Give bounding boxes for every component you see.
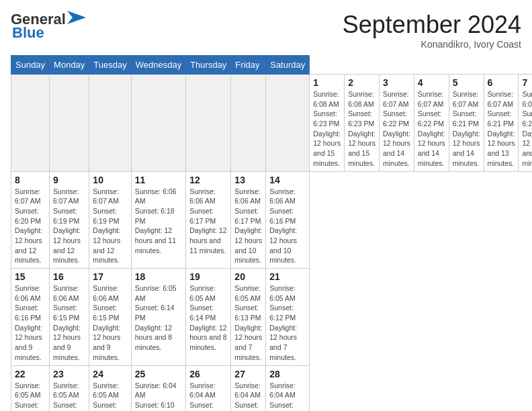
sunrise: Sunrise: 6:05 AM	[234, 284, 261, 302]
day-info: Sunrise: 6:06 AM Sunset: 6:15 PM Dayligh…	[53, 283, 85, 363]
day-info: Sunrise: 6:08 AM Sunset: 6:23 PM Dayligh…	[348, 89, 375, 169]
day-cell-16: 16 Sunrise: 6:06 AM Sunset: 6:15 PM Dayl…	[50, 269, 89, 366]
day-cell-2: 2 Sunrise: 6:08 AM Sunset: 6:23 PM Dayli…	[345, 75, 380, 172]
sunset: Sunset: 6:12 PM	[269, 304, 296, 322]
sunset: Sunset: 6:21 PM	[488, 109, 514, 128]
sunset: Sunset: 6:14 PM	[135, 304, 175, 322]
sunrise: Sunrise: 6:08 AM	[348, 90, 374, 108]
sunrise: Sunrise: 6:06 AM	[15, 284, 41, 302]
daylight: Daylight: 12 hours and 8 minutes.	[189, 324, 226, 351]
empty-cell	[231, 75, 266, 172]
weekday-header-sunday: Sunday	[11, 56, 50, 75]
sunset: Sunset: 6:17 PM	[234, 207, 261, 225]
logo: General Blue	[11, 11, 86, 42]
day-cell-6: 6 Sunrise: 6:07 AM Sunset: 6:21 PM Dayli…	[484, 75, 519, 172]
day-number: 5	[453, 77, 480, 88]
day-cell-7: 7 Sunrise: 6:07 AM Sunset: 6:20 PM Dayli…	[519, 75, 532, 172]
sunset: Sunset: 6:09 PM	[234, 401, 261, 411]
empty-cell	[131, 75, 185, 172]
day-cell-3: 3 Sunrise: 6:07 AM Sunset: 6:22 PM Dayli…	[379, 75, 414, 172]
sunset: Sunset: 6:23 PM	[313, 109, 339, 128]
day-cell-13: 13 Sunrise: 6:06 AM Sunset: 6:17 PM Dayl…	[231, 171, 266, 269]
day-info: Sunrise: 6:04 AM Sunset: 6:10 PM Dayligh…	[135, 381, 182, 412]
sunrise: Sunrise: 6:07 AM	[522, 90, 532, 108]
sunrise: Sunrise: 6:07 AM	[53, 187, 79, 205]
day-number: 21	[269, 271, 306, 282]
sunrise: Sunrise: 6:04 AM	[269, 381, 296, 400]
day-cell-19: 19 Sunrise: 6:05 AM Sunset: 6:14 PM Dayl…	[186, 269, 231, 366]
day-number: 2	[348, 77, 375, 88]
day-cell-24: 24 Sunrise: 6:05 AM Sunset: 6:11 PM Dayl…	[89, 365, 131, 411]
sunset: Sunset: 6:10 PM	[135, 401, 175, 411]
day-number: 25	[135, 369, 182, 379]
sunset: Sunset: 6:16 PM	[15, 304, 41, 322]
sunrise: Sunrise: 6:05 AM	[53, 381, 79, 400]
logo-blue: Blue	[12, 24, 44, 42]
daylight: Daylight: 12 hours and 14 minutes.	[453, 130, 480, 167]
weekday-header-wednesday: Wednesday	[131, 56, 185, 75]
week-row-2: 8 Sunrise: 6:07 AM Sunset: 6:20 PM Dayli…	[11, 171, 533, 269]
day-cell-5: 5 Sunrise: 6:07 AM Sunset: 6:21 PM Dayli…	[449, 75, 484, 172]
day-info: Sunrise: 6:07 AM Sunset: 6:20 PM Dayligh…	[15, 187, 46, 266]
empty-cell	[89, 75, 131, 172]
daylight: Daylight: 12 hours and 15 minutes.	[348, 130, 375, 167]
daylight: Daylight: 12 hours and 13 minutes.	[522, 130, 532, 167]
day-number: 27	[234, 369, 262, 379]
daylight: Daylight: 12 hours and 13 minutes.	[488, 130, 515, 167]
day-cell-1: 1 Sunrise: 6:08 AM Sunset: 6:23 PM Dayli…	[310, 75, 345, 172]
day-info: Sunrise: 6:06 AM Sunset: 6:16 PM Dayligh…	[269, 187, 306, 266]
week-row-4: 22 Sunrise: 6:05 AM Sunset: 6:12 PM Dayl…	[11, 365, 533, 411]
sunset: Sunset: 6:15 PM	[93, 304, 119, 322]
sunset: Sunset: 6:10 PM	[189, 401, 216, 411]
daylight: Daylight: 12 hours and 14 minutes.	[383, 130, 410, 167]
sunrise: Sunrise: 6:06 AM	[135, 187, 177, 205]
page-header: General Blue September 2024 Konandikro, …	[11, 11, 521, 50]
day-cell-4: 4 Sunrise: 6:07 AM Sunset: 6:22 PM Dayli…	[414, 75, 449, 172]
sunset: Sunset: 6:20 PM	[522, 109, 532, 128]
daylight: Daylight: 12 hours and 9 minutes.	[93, 324, 120, 361]
day-number: 24	[93, 369, 127, 379]
day-cell-8: 8 Sunrise: 6:07 AM Sunset: 6:20 PM Dayli…	[11, 171, 50, 269]
day-number: 12	[189, 175, 227, 185]
day-cell-20: 20 Sunrise: 6:05 AM Sunset: 6:13 PM Dayl…	[231, 269, 266, 366]
day-number: 6	[488, 77, 515, 88]
sunset: Sunset: 6:19 PM	[53, 207, 79, 225]
daylight: Daylight: 12 hours and 12 minutes.	[53, 226, 81, 264]
title-area: September 2024 Konandikro, Ivory Coast	[343, 11, 521, 50]
sunset: Sunset: 6:21 PM	[453, 109, 479, 128]
day-info: Sunrise: 6:05 AM Sunset: 6:12 PM Dayligh…	[15, 381, 46, 412]
day-cell-23: 23 Sunrise: 6:05 AM Sunset: 6:11 PM Dayl…	[50, 365, 89, 411]
day-cell-18: 18 Sunrise: 6:05 AM Sunset: 6:14 PM Dayl…	[131, 269, 185, 366]
day-info: Sunrise: 6:07 AM Sunset: 6:21 PM Dayligh…	[453, 89, 480, 169]
sunrise: Sunrise: 6:07 AM	[15, 187, 41, 205]
daylight: Daylight: 12 hours and 11 minutes.	[189, 226, 226, 254]
day-number: 11	[135, 175, 182, 185]
sunset: Sunset: 6:15 PM	[53, 304, 79, 322]
day-info: Sunrise: 6:07 AM Sunset: 6:22 PM Dayligh…	[383, 89, 410, 169]
week-row-3: 15 Sunrise: 6:06 AM Sunset: 6:16 PM Dayl…	[11, 269, 533, 366]
sunrise: Sunrise: 6:06 AM	[53, 284, 79, 302]
sunset: Sunset: 6:08 PM	[269, 401, 296, 411]
sunrise: Sunrise: 6:06 AM	[189, 187, 216, 205]
day-cell-17: 17 Sunrise: 6:06 AM Sunset: 6:15 PM Dayl…	[89, 269, 131, 366]
sunrise: Sunrise: 6:06 AM	[269, 187, 296, 205]
day-info: Sunrise: 6:06 AM Sunset: 6:17 PM Dayligh…	[234, 187, 262, 266]
daylight: Daylight: 12 hours and 10 minutes.	[234, 226, 262, 264]
day-cell-22: 22 Sunrise: 6:05 AM Sunset: 6:12 PM Dayl…	[11, 365, 50, 411]
daylight: Daylight: 12 hours and 12 minutes.	[15, 226, 42, 264]
sunset: Sunset: 6:22 PM	[383, 109, 409, 128]
daylight: Daylight: 12 hours and 8 minutes.	[135, 324, 172, 351]
day-info: Sunrise: 6:07 AM Sunset: 6:19 PM Dayligh…	[93, 187, 127, 266]
day-info: Sunrise: 6:07 AM Sunset: 6:21 PM Dayligh…	[488, 89, 515, 169]
sunrise: Sunrise: 6:05 AM	[15, 381, 41, 400]
day-info: Sunrise: 6:05 AM Sunset: 6:14 PM Dayligh…	[135, 283, 182, 353]
sunset: Sunset: 6:18 PM	[135, 207, 175, 225]
day-info: Sunrise: 6:06 AM Sunset: 6:17 PM Dayligh…	[189, 187, 227, 256]
sunset: Sunset: 6:20 PM	[15, 207, 41, 225]
day-info: Sunrise: 6:04 AM Sunset: 6:09 PM Dayligh…	[234, 381, 262, 412]
day-info: Sunrise: 6:05 AM Sunset: 6:11 PM Dayligh…	[53, 381, 85, 412]
day-number: 1	[313, 77, 341, 88]
calendar-table: SundayMondayTuesdayWednesdayThursdayFrid…	[11, 55, 532, 411]
daylight: Daylight: 12 hours and 15 minutes.	[313, 130, 341, 167]
day-info: Sunrise: 6:06 AM Sunset: 6:16 PM Dayligh…	[15, 283, 46, 363]
